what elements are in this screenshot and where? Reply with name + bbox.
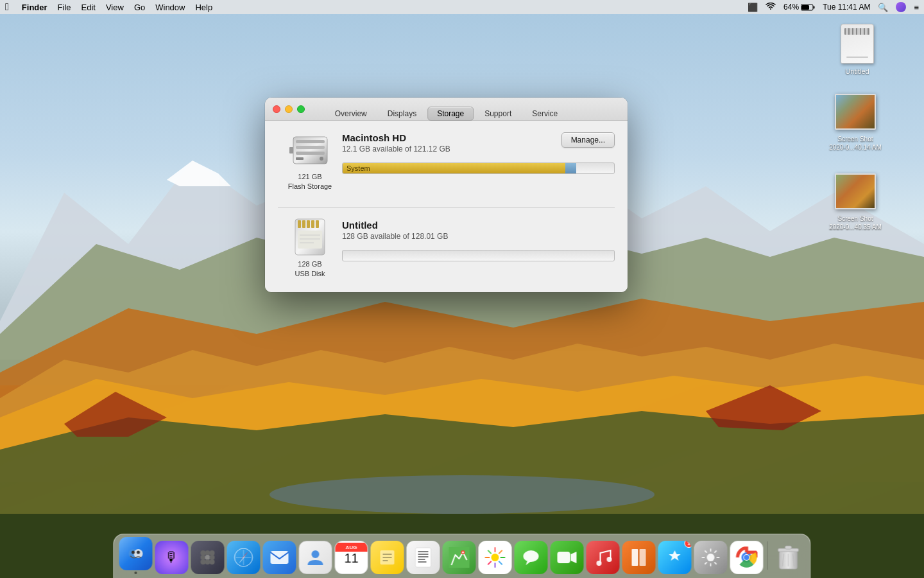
battery-percent: 64%	[783, 3, 799, 12]
tab-displays[interactable]: Displays	[378, 107, 426, 121]
svg-point-43	[205, 555, 210, 560]
dock-item-notes[interactable]	[371, 541, 404, 574]
svg-rect-18	[296, 140, 325, 143]
search-icon[interactable]: 🔍	[878, 3, 888, 12]
svg-rect-59	[416, 548, 431, 567]
desktop-icon-screenshot1-label: Screen Shot2020-0...40.14 AM	[829, 135, 882, 152]
control-center-icon[interactable]: ≡	[914, 3, 919, 12]
svg-point-81	[597, 561, 602, 566]
svg-rect-27	[307, 220, 310, 228]
tab-storage[interactable]: Storage	[427, 107, 474, 121]
svg-rect-94	[714, 562, 717, 565]
storage-item-macintosh-hd: 121 GB Flash Storage Macintosh HD 12.1 G…	[278, 131, 615, 192]
dock-item-safari[interactable]	[227, 541, 261, 574]
svg-point-10	[270, 475, 654, 514]
dock-item-system-prefs[interactable]	[694, 541, 728, 574]
dock-item-mail[interactable]	[263, 541, 296, 574]
svg-marker-13	[706, 385, 821, 430]
svg-rect-69	[495, 547, 496, 552]
dialog-tabs: Overview Displays Storage Support Servic…	[325, 101, 567, 121]
storage-usb-available: 128 GB available of 128.01 GB	[342, 232, 448, 241]
svg-rect-70	[498, 550, 502, 554]
storage-bar-hd: System	[342, 162, 615, 174]
svg-rect-76	[487, 550, 492, 554]
cast-icon[interactable]: ⬛	[748, 3, 758, 12]
dock-item-messages[interactable]	[515, 541, 548, 574]
svg-rect-87	[710, 548, 712, 552]
tab-service[interactable]: Service	[522, 107, 567, 121]
menu-edit[interactable]: Edit	[81, 3, 96, 12]
app-name[interactable]: Finder	[22, 3, 47, 12]
storage-bar-other-fill	[565, 163, 576, 173]
svg-rect-23	[289, 147, 293, 153]
dock-item-launchpad[interactable]	[191, 541, 225, 574]
dock-item-trash[interactable]	[772, 541, 805, 574]
desktop-icon-screenshot2[interactable]: Screen Shot2020-0...40.35 AM	[826, 168, 884, 234]
storage-hd-available: 12.1 GB available of 121.12 GB	[342, 144, 450, 153]
dock-item-chrome[interactable]	[730, 541, 764, 574]
menu-view[interactable]: View	[106, 3, 124, 12]
svg-rect-29	[316, 220, 319, 228]
dock-item-contacts[interactable]	[299, 541, 332, 574]
dock-item-music[interactable]	[586, 541, 620, 574]
menu-help[interactable]: Help	[195, 3, 212, 12]
battery-status[interactable]: 64%	[783, 3, 815, 12]
dock-separator	[767, 541, 768, 570]
appstore-badge: 1	[685, 541, 692, 548]
dock-item-maps[interactable]	[443, 541, 476, 574]
svg-point-42	[201, 555, 206, 560]
svg-rect-91	[705, 550, 708, 554]
svg-rect-101	[785, 546, 792, 549]
svg-rect-90	[717, 557, 720, 558]
menu-go[interactable]: Go	[134, 3, 145, 12]
dock-item-photos[interactable]	[479, 541, 512, 574]
storage-usb-name: Untitled	[342, 220, 448, 231]
dock-item-books[interactable]	[622, 541, 656, 574]
desktop-icon-screenshot1[interactable]: Screen Shot2020-0...40.14 AM	[826, 89, 884, 154]
dock-item-finder[interactable]	[119, 537, 153, 574]
about-this-mac-dialog: Overview Displays Storage Support Servic…	[265, 98, 628, 292]
svg-point-40	[205, 550, 210, 556]
svg-rect-19	[296, 146, 325, 149]
svg-point-47	[210, 559, 215, 565]
close-button[interactable]	[273, 105, 280, 113]
svg-rect-26	[302, 220, 305, 228]
dock-item-appstore[interactable]: 1	[658, 541, 692, 574]
svg-rect-20	[296, 152, 325, 155]
tab-support[interactable]: Support	[475, 107, 521, 121]
tab-overview[interactable]: Overview	[325, 107, 377, 121]
manage-button[interactable]: Manage...	[561, 132, 615, 148]
svg-point-37	[132, 551, 135, 554]
dock-item-siri[interactable]: 🎙	[155, 541, 189, 574]
menu-file[interactable]: File	[58, 3, 71, 12]
wifi-icon[interactable]	[766, 3, 776, 12]
svg-rect-88	[710, 563, 712, 566]
svg-rect-73	[495, 563, 496, 568]
storage-hd-type: Flash Storage	[288, 182, 332, 191]
minimize-button[interactable]	[285, 105, 293, 113]
dock-item-calendar[interactable]: AUG 11	[335, 541, 368, 574]
dock-item-textedit[interactable]	[407, 541, 440, 574]
svg-rect-21	[296, 157, 304, 160]
menu-window[interactable]: Window	[155, 3, 185, 12]
desktop-icon-screenshot2-label: Screen Shot2020-0...40.35 AM	[829, 215, 882, 231]
svg-point-38	[137, 551, 140, 554]
svg-rect-25	[298, 220, 301, 228]
hard-drive-icon	[287, 131, 332, 170]
apple-menu[interactable]: 	[5, 1, 9, 13]
svg-rect-71	[501, 557, 506, 558]
storage-info-hd: Macintosh HD 12.1 GB available of 121.12…	[342, 131, 615, 174]
desktop-icon-untitled[interactable]: Untitled	[832, 21, 883, 78]
svg-point-86	[707, 554, 715, 561]
svg-rect-93	[705, 562, 708, 565]
svg-rect-85	[638, 549, 640, 566]
svg-point-46	[205, 559, 210, 565]
time-display[interactable]: Tue 11:41 AM	[823, 3, 870, 12]
svg-marker-2	[167, 161, 231, 186]
siri-avatar[interactable]	[896, 2, 906, 12]
dock-item-facetime[interactable]	[551, 541, 584, 574]
svg-marker-6	[0, 299, 924, 450]
storage-icon-area-usb: 128 GB USB Disk	[278, 218, 342, 279]
maximize-button[interactable]	[297, 105, 305, 113]
svg-point-41	[210, 550, 215, 556]
